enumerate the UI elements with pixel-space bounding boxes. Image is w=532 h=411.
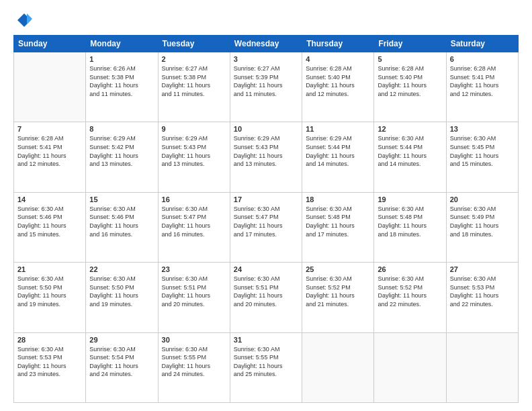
calendar-cell: 27Sunrise: 6:30 AM Sunset: 5:53 PM Dayli… <box>446 263 518 332</box>
calendar-week-row: 7Sunrise: 6:28 AM Sunset: 5:41 PM Daylig… <box>14 122 519 192</box>
day-number: 28 <box>17 336 82 344</box>
day-number: 11 <box>306 125 370 133</box>
calendar-cell: 3Sunrise: 6:27 AM Sunset: 5:39 PM Daylig… <box>230 52 302 122</box>
calendar-cell: 1Sunrise: 6:26 AM Sunset: 5:38 PM Daylig… <box>86 52 158 122</box>
calendar-cell: 31Sunrise: 6:30 AM Sunset: 5:55 PM Dayli… <box>230 332 302 402</box>
calendar-cell: 19Sunrise: 6:30 AM Sunset: 5:48 PM Dayli… <box>374 192 446 262</box>
weekday-header-tuesday: Tuesday <box>158 36 230 52</box>
weekday-header-sunday: Sunday <box>14 36 86 52</box>
day-number: 23 <box>162 265 226 273</box>
day-number: 14 <box>17 195 82 203</box>
calendar-cell: 12Sunrise: 6:30 AM Sunset: 5:44 PM Dayli… <box>374 122 446 192</box>
day-number: 5 <box>378 55 442 63</box>
day-info: Sunrise: 6:30 AM Sunset: 5:53 PM Dayligh… <box>17 345 82 379</box>
day-info: Sunrise: 6:30 AM Sunset: 5:48 PM Dayligh… <box>378 205 442 238</box>
day-info: Sunrise: 6:30 AM Sunset: 5:49 PM Dayligh… <box>450 205 515 238</box>
calendar-cell <box>14 52 86 122</box>
day-info: Sunrise: 6:26 AM Sunset: 5:38 PM Dayligh… <box>89 64 154 98</box>
calendar-cell: 23Sunrise: 6:30 AM Sunset: 5:51 PM Dayli… <box>158 263 230 332</box>
day-number: 27 <box>450 265 515 273</box>
day-number: 16 <box>162 195 226 203</box>
calendar-cell: 2Sunrise: 6:27 AM Sunset: 5:38 PM Daylig… <box>158 52 230 122</box>
day-info: Sunrise: 6:30 AM Sunset: 5:51 PM Dayligh… <box>234 275 298 308</box>
logo <box>13 11 35 30</box>
calendar-cell: 6Sunrise: 6:28 AM Sunset: 5:41 PM Daylig… <box>446 52 518 122</box>
day-info: Sunrise: 6:30 AM Sunset: 5:47 PM Dayligh… <box>234 205 298 238</box>
day-info: Sunrise: 6:30 AM Sunset: 5:44 PM Dayligh… <box>378 134 442 168</box>
day-number: 17 <box>234 195 298 203</box>
calendar-cell: 9Sunrise: 6:29 AM Sunset: 5:43 PM Daylig… <box>158 122 230 192</box>
calendar-cell <box>446 332 518 402</box>
calendar-cell: 21Sunrise: 6:30 AM Sunset: 5:50 PM Dayli… <box>14 263 86 332</box>
day-info: Sunrise: 6:30 AM Sunset: 5:55 PM Dayligh… <box>234 345 298 379</box>
day-info: Sunrise: 6:30 AM Sunset: 5:48 PM Dayligh… <box>306 205 370 238</box>
calendar-cell <box>374 332 446 402</box>
day-info: Sunrise: 6:30 AM Sunset: 5:53 PM Dayligh… <box>450 275 515 308</box>
day-number: 29 <box>89 336 154 344</box>
day-number: 8 <box>89 125 154 133</box>
calendar-cell: 13Sunrise: 6:30 AM Sunset: 5:45 PM Dayli… <box>446 122 518 192</box>
day-info: Sunrise: 6:28 AM Sunset: 5:41 PM Dayligh… <box>450 64 515 98</box>
page: SundayMondayTuesdayWednesdayThursdayFrid… <box>0 0 532 411</box>
calendar-cell: 17Sunrise: 6:30 AM Sunset: 5:47 PM Dayli… <box>230 192 302 262</box>
svg-marker-1 <box>27 13 32 24</box>
day-info: Sunrise: 6:30 AM Sunset: 5:47 PM Dayligh… <box>162 205 226 238</box>
day-info: Sunrise: 6:28 AM Sunset: 5:41 PM Dayligh… <box>17 134 82 168</box>
day-number: 30 <box>162 336 226 344</box>
day-number: 20 <box>450 195 515 203</box>
header <box>13 11 519 30</box>
calendar-cell: 10Sunrise: 6:29 AM Sunset: 5:43 PM Dayli… <box>230 122 302 192</box>
day-number: 21 <box>17 265 82 273</box>
calendar-cell: 22Sunrise: 6:30 AM Sunset: 5:50 PM Dayli… <box>86 263 158 332</box>
day-number: 2 <box>162 55 226 63</box>
day-number: 6 <box>450 55 515 63</box>
day-number: 26 <box>378 265 442 273</box>
day-info: Sunrise: 6:30 AM Sunset: 5:45 PM Dayligh… <box>450 134 515 168</box>
weekday-header-saturday: Saturday <box>446 36 518 52</box>
calendar-cell: 7Sunrise: 6:28 AM Sunset: 5:41 PM Daylig… <box>14 122 86 192</box>
logo-icon <box>13 11 32 30</box>
weekday-header-friday: Friday <box>374 36 446 52</box>
day-number: 18 <box>306 195 370 203</box>
calendar-cell: 20Sunrise: 6:30 AM Sunset: 5:49 PM Dayli… <box>446 192 518 262</box>
day-number: 25 <box>306 265 370 273</box>
calendar-cell: 8Sunrise: 6:29 AM Sunset: 5:42 PM Daylig… <box>86 122 158 192</box>
calendar-cell: 14Sunrise: 6:30 AM Sunset: 5:46 PM Dayli… <box>14 192 86 262</box>
day-number: 4 <box>306 55 370 63</box>
calendar-cell: 15Sunrise: 6:30 AM Sunset: 5:46 PM Dayli… <box>86 192 158 262</box>
day-info: Sunrise: 6:29 AM Sunset: 5:42 PM Dayligh… <box>89 134 154 168</box>
day-info: Sunrise: 6:27 AM Sunset: 5:39 PM Dayligh… <box>234 64 298 98</box>
weekday-header-thursday: Thursday <box>302 36 374 52</box>
day-info: Sunrise: 6:30 AM Sunset: 5:55 PM Dayligh… <box>162 345 226 379</box>
calendar-cell: 18Sunrise: 6:30 AM Sunset: 5:48 PM Dayli… <box>302 192 374 262</box>
day-info: Sunrise: 6:30 AM Sunset: 5:52 PM Dayligh… <box>306 275 370 308</box>
day-info: Sunrise: 6:27 AM Sunset: 5:38 PM Dayligh… <box>162 64 226 98</box>
calendar-cell: 26Sunrise: 6:30 AM Sunset: 5:52 PM Dayli… <box>374 263 446 332</box>
day-number: 7 <box>17 125 82 133</box>
day-info: Sunrise: 6:30 AM Sunset: 5:46 PM Dayligh… <box>17 205 82 238</box>
day-info: Sunrise: 6:29 AM Sunset: 5:43 PM Dayligh… <box>162 134 226 168</box>
day-info: Sunrise: 6:28 AM Sunset: 5:40 PM Dayligh… <box>378 64 442 98</box>
day-info: Sunrise: 6:29 AM Sunset: 5:43 PM Dayligh… <box>234 134 298 168</box>
weekday-header-row: SundayMondayTuesdayWednesdayThursdayFrid… <box>14 36 519 52</box>
day-number: 15 <box>89 195 154 203</box>
day-info: Sunrise: 6:28 AM Sunset: 5:40 PM Dayligh… <box>306 64 370 98</box>
calendar-table: SundayMondayTuesdayWednesdayThursdayFrid… <box>13 35 519 403</box>
calendar-week-row: 21Sunrise: 6:30 AM Sunset: 5:50 PM Dayli… <box>14 263 519 332</box>
weekday-header-monday: Monday <box>86 36 158 52</box>
day-info: Sunrise: 6:30 AM Sunset: 5:51 PM Dayligh… <box>162 275 226 308</box>
day-number: 24 <box>234 265 298 273</box>
day-number: 10 <box>234 125 298 133</box>
day-info: Sunrise: 6:30 AM Sunset: 5:54 PM Dayligh… <box>89 345 154 379</box>
day-number: 13 <box>450 125 515 133</box>
calendar-cell: 29Sunrise: 6:30 AM Sunset: 5:54 PM Dayli… <box>86 332 158 402</box>
day-number: 31 <box>234 336 298 344</box>
calendar-week-row: 1Sunrise: 6:26 AM Sunset: 5:38 PM Daylig… <box>14 52 519 122</box>
day-number: 9 <box>162 125 226 133</box>
day-info: Sunrise: 6:30 AM Sunset: 5:52 PM Dayligh… <box>378 275 442 308</box>
calendar-cell: 28Sunrise: 6:30 AM Sunset: 5:53 PM Dayli… <box>14 332 86 402</box>
day-number: 1 <box>89 55 154 63</box>
day-number: 3 <box>234 55 298 63</box>
weekday-header-wednesday: Wednesday <box>230 36 302 52</box>
calendar-cell: 11Sunrise: 6:29 AM Sunset: 5:44 PM Dayli… <box>302 122 374 192</box>
